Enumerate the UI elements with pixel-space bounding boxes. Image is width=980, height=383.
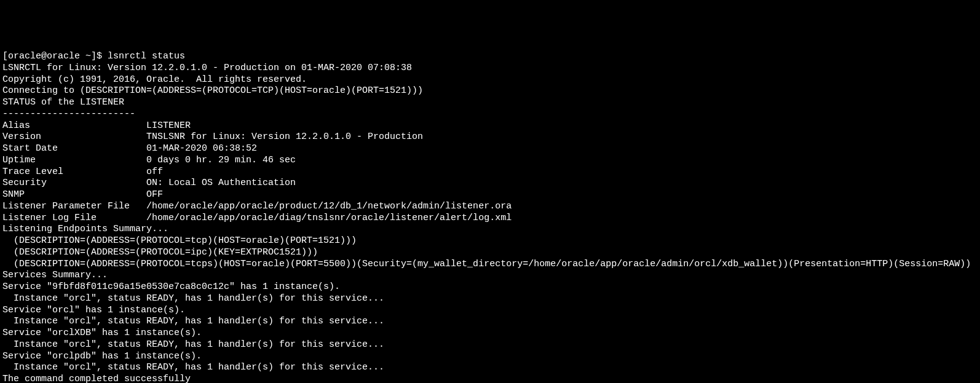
- command-text: lsnrctl status: [108, 51, 185, 61]
- instance-line: Instance "orcl", status READY, has 1 han…: [2, 316, 980, 328]
- services-summary-line: Services Summary...: [2, 270, 980, 282]
- connecting-line: Connecting to (DESCRIPTION=(ADDRESS=(PRO…: [2, 85, 980, 97]
- start-date-line: Start Date 01-MAR-2020 06:38:52: [2, 143, 980, 155]
- service-line: Service "orclXDB" has 1 instance(s).: [2, 328, 980, 339]
- status-header: STATUS of the LISTENER: [2, 97, 980, 109]
- endpoints-summary-line: Listening Endpoints Summary...: [2, 224, 980, 235]
- instance-line: Instance "orcl", status READY, has 1 han…: [2, 293, 980, 305]
- trace-level-line: Trace Level off: [2, 167, 980, 178]
- param-file-line: Listener Parameter File /home/oracle/app…: [2, 201, 980, 213]
- instance-line: Instance "orcl", status READY, has 1 han…: [2, 362, 980, 374]
- snmp-line: SNMP OFF: [2, 189, 980, 201]
- shell-prompt: [oracle@oracle ~]$: [2, 51, 108, 61]
- service-line: Service "orcl" has 1 instance(s).: [2, 305, 980, 317]
- endpoint-line: (DESCRIPTION=(ADDRESS=(PROTOCOL=tcps)(HO…: [2, 259, 980, 270]
- version-line: Version TNSLSNR for Linux: Version 12.2.…: [2, 132, 980, 143]
- command-line: [oracle@oracle ~]$ lsnrctl status: [2, 51, 980, 63]
- terminal-window[interactable]: [oracle@oracle ~]$ lsnrctl statusLSNRCTL…: [2, 51, 980, 383]
- separator-line: ------------------------: [2, 109, 980, 120]
- uptime-line: Uptime 0 days 0 hr. 29 min. 46 sec: [2, 155, 980, 167]
- instance-line: Instance "orcl", status READY, has 1 han…: [2, 339, 980, 351]
- banner-line: LSNRCTL for Linux: Version 12.2.0.1.0 - …: [2, 63, 980, 74]
- endpoint-line: (DESCRIPTION=(ADDRESS=(PROTOCOL=tcp)(HOS…: [2, 235, 980, 247]
- security-line: Security ON: Local OS Authentication: [2, 178, 980, 189]
- alias-line: Alias LISTENER: [2, 120, 980, 132]
- service-line: Service "orclpdb" has 1 instance(s).: [2, 351, 980, 363]
- log-file-line: Listener Log File /home/oracle/app/oracl…: [2, 213, 980, 224]
- service-line: Service "9fbfd8f011c96a15e0530e7ca8c0c12…: [2, 282, 980, 293]
- completed-line: The command completed successfully: [2, 374, 980, 383]
- endpoint-line: (DESCRIPTION=(ADDRESS=(PROTOCOL=ipc)(KEY…: [2, 247, 980, 259]
- copyright-line: Copyright (c) 1991, 2016, Oracle. All ri…: [2, 74, 980, 86]
